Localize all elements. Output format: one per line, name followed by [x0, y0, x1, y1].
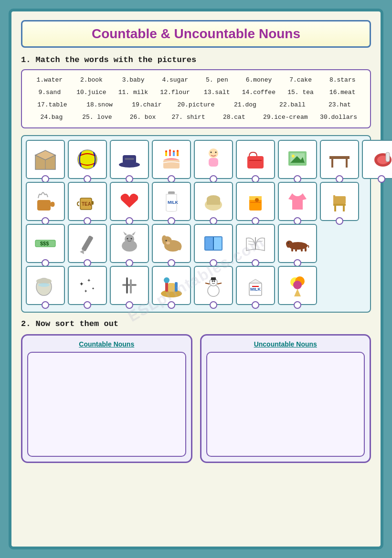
svg-point-17 [209, 148, 218, 158]
image-cell-sand [152, 266, 191, 305]
svg-text:MILK: MILK [250, 287, 261, 292]
svg-marker-59 [132, 232, 136, 235]
image-cell-hat [110, 140, 149, 179]
circle-water [42, 301, 49, 309]
word-3: 3.baby [117, 74, 150, 86]
image-row-1 [26, 140, 366, 179]
word-20: 20.picture [177, 99, 214, 111]
svg-point-100 [212, 281, 213, 282]
uncountable-label: Uncountable Nouns [206, 340, 365, 348]
svg-rect-49 [334, 206, 336, 211]
word-12: 12.flour [159, 86, 192, 99]
word-11: 11. milk [117, 86, 150, 99]
svg-point-60 [127, 238, 128, 240]
svg-point-45 [255, 198, 259, 202]
image-cell-shirt [278, 182, 317, 221]
svg-marker-104 [249, 279, 262, 283]
svg-point-20 [215, 152, 217, 153]
svg-point-26 [292, 155, 295, 158]
uncountable-inner[interactable] [206, 352, 365, 457]
svg-rect-94 [168, 283, 175, 292]
svg-marker-58 [123, 232, 127, 235]
svg-point-16 [177, 150, 179, 152]
svg-text:MILK: MILK [168, 200, 178, 205]
svg-rect-21 [247, 156, 264, 168]
word-28: 28.cat [217, 111, 251, 124]
image-cell-snowman [194, 266, 233, 305]
image-cell-bag [236, 140, 275, 179]
word-27: 27. shirt [172, 111, 205, 124]
circle-sand [168, 301, 175, 309]
countable-label: Countable Nouns [27, 340, 186, 348]
svg-rect-90 [122, 284, 137, 286]
svg-point-101 [214, 281, 215, 282]
image-cell-chair [320, 182, 359, 221]
word-24: 24.bag [35, 111, 68, 124]
word-18: 18.snow [83, 99, 116, 111]
image-cell-love [110, 182, 149, 221]
svg-rect-79 [291, 248, 293, 252]
image-cell-milk: MILK [152, 182, 191, 221]
image-cell-cake [152, 140, 191, 179]
section2-title: 2. Now sort them out [21, 319, 371, 328]
word-17: 17.table [35, 99, 69, 111]
svg-rect-80 [295, 249, 297, 252]
svg-rect-29 [346, 159, 348, 168]
countable-box: Countable Nouns [21, 334, 192, 463]
svg-rect-69 [214, 237, 222, 250]
word-30: 30.dollars [320, 111, 357, 124]
svg-rect-50 [343, 206, 345, 211]
svg-point-96 [164, 277, 170, 283]
svg-rect-46 [250, 202, 261, 203]
svg-text:✦: ✦ [92, 286, 95, 291]
image-cell-pen [68, 224, 107, 263]
svg-point-14 [169, 149, 171, 151]
svg-rect-32 [386, 152, 390, 162]
circle-milkcarton [252, 301, 259, 309]
image-row-4: ✦✦✦✦ MILK [26, 266, 366, 305]
word-row-4: 24.bag 25. love 26. box 27. shirt 28.cat… [29, 111, 363, 124]
svg-rect-82 [305, 248, 307, 252]
word-8: 8.stars [326, 74, 359, 86]
page: Countable & Uncountable Nouns 1. Match t… [9, 9, 383, 549]
image-cell-water [26, 266, 65, 305]
svg-rect-27 [329, 156, 350, 159]
svg-point-64 [162, 235, 167, 243]
svg-marker-110 [294, 289, 301, 296]
image-cell-tools [110, 266, 149, 305]
uncountable-box: Uncountable Nouns [200, 334, 371, 463]
title-box: Countable & Uncountable Nouns [21, 20, 371, 48]
circle-icecream [294, 301, 301, 309]
image-cell-box [26, 140, 65, 179]
svg-text:✦: ✦ [79, 280, 84, 288]
svg-point-57 [125, 234, 134, 244]
word-row-2: 9.sand 10.juice 11. milk 12.flour 13.sal… [29, 86, 363, 99]
word-22: 22.ball [275, 99, 309, 111]
word-list-box: 1.water 2.book 3.baby 4.sugar 5. pen 6.m… [21, 69, 371, 128]
circle-tools [126, 301, 133, 309]
image-cell-ball [68, 140, 107, 179]
svg-point-66 [166, 242, 170, 244]
svg-rect-92 [130, 279, 132, 294]
circle-stars [84, 301, 91, 309]
svg-rect-81 [301, 249, 303, 252]
svg-rect-54 [81, 235, 94, 252]
svg-text:✦: ✦ [84, 288, 87, 295]
image-cell-openbook [236, 224, 275, 263]
svg-rect-8 [163, 160, 180, 168]
svg-rect-48 [333, 204, 346, 206]
image-cell-cat [110, 224, 149, 263]
svg-rect-22 [249, 160, 262, 161]
circle-snowman [210, 301, 217, 309]
word-4: 4.sugar [159, 74, 192, 86]
image-cell-money: $$$ [26, 224, 65, 263]
svg-rect-91 [126, 277, 128, 294]
svg-rect-28 [331, 159, 333, 168]
countable-inner[interactable] [27, 352, 186, 457]
image-cell-dachshund [278, 224, 317, 263]
svg-point-19 [211, 152, 212, 153]
svg-point-61 [131, 238, 132, 240]
image-cell-book [194, 224, 233, 263]
word-23: 23.hat [323, 99, 356, 111]
image-cell-picture [278, 140, 317, 179]
